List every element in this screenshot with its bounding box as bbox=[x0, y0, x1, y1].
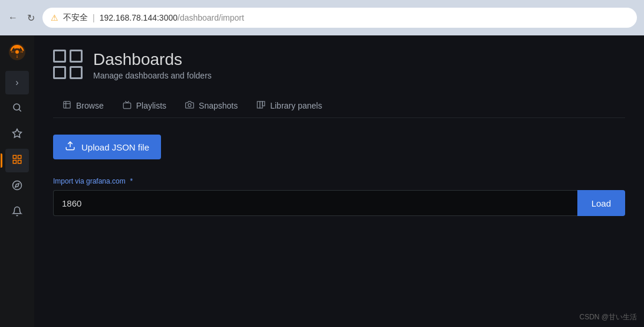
tab-library-panels[interactable]: Library panels bbox=[247, 94, 331, 118]
page-header: Dashboards Manage dashboards and folders bbox=[53, 50, 625, 80]
upload-json-button[interactable]: Upload JSON file bbox=[53, 135, 161, 159]
svg-rect-7 bbox=[13, 160, 16, 163]
sidebar-item-starred[interactable] bbox=[5, 123, 29, 146]
icon-square-3 bbox=[53, 66, 66, 79]
svg-rect-6 bbox=[18, 155, 21, 158]
bell-icon bbox=[12, 206, 22, 220]
svg-marker-10 bbox=[15, 183, 19, 187]
svg-point-2 bbox=[14, 104, 20, 110]
security-warning-icon: ⚠ bbox=[51, 13, 58, 22]
svg-line-3 bbox=[19, 109, 21, 111]
import-label: Import via grafana.com * bbox=[53, 176, 625, 185]
icon-square-2 bbox=[70, 50, 83, 63]
reload-button[interactable]: ↻ bbox=[25, 12, 37, 24]
url-path: /dashboard/import bbox=[178, 13, 244, 22]
svg-rect-11 bbox=[64, 102, 70, 108]
import-input[interactable] bbox=[53, 190, 577, 216]
svg-point-1 bbox=[15, 50, 19, 54]
tab-snapshots-label: Snapshots bbox=[199, 101, 238, 110]
sidebar-item-alerting[interactable] bbox=[5, 201, 29, 224]
chevron-right-icon: › bbox=[15, 77, 18, 88]
browser-chrome: ← ↻ ⚠ 不安全 | 192.168.78.144:3000/dashboar… bbox=[0, 0, 644, 35]
svg-rect-17 bbox=[260, 102, 262, 108]
star-icon bbox=[12, 128, 22, 142]
svg-rect-14 bbox=[123, 103, 131, 108]
security-text: 不安全 bbox=[63, 12, 88, 23]
playlist-icon bbox=[123, 100, 132, 111]
sidebar-item-explore[interactable] bbox=[5, 175, 29, 198]
app-layout: › bbox=[0, 35, 644, 327]
page-header-icon bbox=[53, 50, 84, 80]
sidebar-item-search[interactable] bbox=[5, 97, 29, 120]
url-host: 192.168.78.144 bbox=[100, 13, 157, 22]
import-label-text: Import via grafana.com bbox=[53, 177, 126, 185]
svg-rect-8 bbox=[18, 160, 21, 163]
sidebar: › bbox=[0, 35, 34, 327]
svg-rect-18 bbox=[262, 102, 265, 106]
browse-icon bbox=[63, 100, 71, 111]
back-button[interactable]: ← bbox=[7, 12, 19, 24]
page-header-text: Dashboards Manage dashboards and folders bbox=[93, 50, 212, 80]
tabs-bar: Browse Playlists Snapshots bbox=[53, 94, 625, 118]
sidebar-item-dashboards[interactable] bbox=[5, 149, 29, 172]
dashboards-icon bbox=[12, 154, 22, 168]
url-port: :3000 bbox=[157, 13, 178, 22]
sidebar-expand-button[interactable]: › bbox=[5, 71, 29, 94]
watermark: CSDN @甘い生活 bbox=[579, 312, 637, 322]
required-marker: * bbox=[130, 177, 133, 185]
tab-playlists[interactable]: Playlists bbox=[113, 94, 176, 118]
upload-icon bbox=[65, 140, 75, 153]
upload-button-label: Upload JSON file bbox=[81, 142, 149, 152]
icon-square-1 bbox=[53, 50, 66, 63]
tab-snapshots[interactable]: Snapshots bbox=[176, 94, 247, 118]
import-section: Import via grafana.com * Load bbox=[53, 176, 625, 216]
address-bar[interactable]: ⚠ 不安全 | 192.168.78.144:3000/dashboard/im… bbox=[42, 8, 637, 28]
svg-point-9 bbox=[13, 181, 22, 189]
svg-rect-5 bbox=[13, 155, 16, 158]
app-logo[interactable] bbox=[5, 40, 29, 64]
tab-library-panels-label: Library panels bbox=[270, 101, 322, 110]
separator: | bbox=[93, 13, 95, 22]
main-content: Dashboards Manage dashboards and folders… bbox=[34, 35, 644, 327]
svg-marker-4 bbox=[13, 129, 22, 137]
compass-icon bbox=[12, 180, 22, 194]
import-row: Load bbox=[53, 190, 625, 216]
svg-rect-16 bbox=[257, 102, 259, 108]
tab-playlists-label: Playlists bbox=[136, 101, 166, 110]
library-icon bbox=[257, 100, 265, 111]
snapshot-icon bbox=[185, 100, 194, 111]
icon-square-4 bbox=[70, 66, 83, 79]
page-title: Dashboards bbox=[93, 50, 212, 70]
svg-point-15 bbox=[188, 104, 191, 107]
tab-browse[interactable]: Browse bbox=[53, 94, 113, 118]
url-display: 192.168.78.144:3000/dashboard/import bbox=[100, 13, 244, 22]
search-icon bbox=[12, 102, 22, 116]
load-button[interactable]: Load bbox=[577, 190, 625, 216]
page-subtitle: Manage dashboards and folders bbox=[93, 71, 212, 80]
tab-browse-label: Browse bbox=[76, 101, 104, 110]
